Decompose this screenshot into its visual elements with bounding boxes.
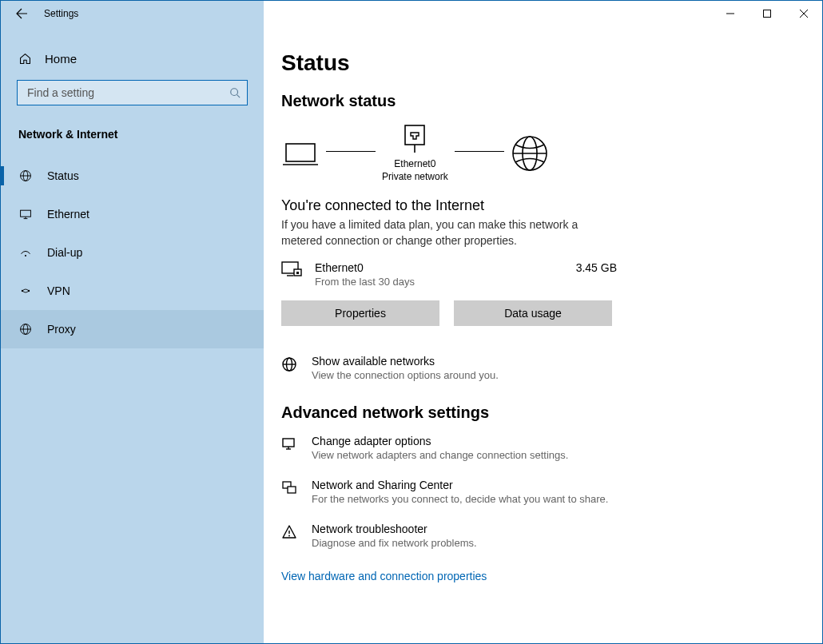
section-network-status: Network status bbox=[281, 92, 798, 110]
settings-window: Settings Home bbox=[0, 0, 823, 644]
sidebar-item-ethernet[interactable]: Ethernet bbox=[1, 195, 264, 233]
sidebar-item-label: Dial-up bbox=[47, 246, 82, 259]
sidebar-home[interactable]: Home bbox=[1, 46, 264, 80]
diagram-network-type: Private network bbox=[382, 171, 448, 184]
show-networks-title: Show available networks bbox=[312, 355, 499, 368]
titlebar-left: Settings bbox=[1, 1, 264, 26]
device-icon bbox=[281, 137, 320, 169]
svg-rect-18 bbox=[405, 125, 424, 145]
svg-rect-30 bbox=[283, 439, 294, 447]
search-box[interactable] bbox=[17, 80, 248, 105]
adapter-icon: Ethernet0 Private network bbox=[382, 123, 448, 183]
sharing-center-row[interactable]: Network and Sharing Center For the netwo… bbox=[281, 479, 681, 505]
svg-rect-7 bbox=[21, 210, 31, 217]
sharing-icon bbox=[281, 479, 299, 496]
hardware-link[interactable]: View hardware and connection properties bbox=[281, 570, 487, 582]
data-usage-button[interactable]: Data usage bbox=[454, 300, 612, 326]
sidebar-item-vpn[interactable]: VPN bbox=[1, 272, 264, 310]
sidebar-item-dialup[interactable]: Dial-up bbox=[1, 233, 264, 272]
sidebar-item-label: Ethernet bbox=[47, 208, 89, 221]
home-icon bbox=[18, 52, 32, 66]
search-input[interactable] bbox=[26, 85, 229, 100]
app-title: Settings bbox=[44, 8, 78, 19]
adapter-usage: 3.45 GB bbox=[576, 261, 617, 274]
ethernet-icon bbox=[281, 261, 302, 279]
properties-button[interactable]: Properties bbox=[281, 300, 439, 326]
section-advanced-title: Advanced network settings bbox=[281, 403, 798, 422]
titlebar: Settings bbox=[1, 1, 822, 26]
svg-point-36 bbox=[288, 535, 290, 537]
troubleshooter-title: Network troubleshooter bbox=[312, 523, 477, 535]
sidebar-home-label: Home bbox=[45, 52, 77, 66]
svg-rect-16 bbox=[286, 144, 315, 161]
adapter-name: Ethernet0 bbox=[315, 261, 563, 274]
sidebar-item-status[interactable]: Status bbox=[1, 157, 264, 195]
sidebar: Home Network & Internet Status Ether bbox=[1, 26, 264, 643]
svg-point-10 bbox=[25, 255, 26, 256]
warning-icon bbox=[281, 523, 299, 540]
svg-rect-1 bbox=[764, 10, 771, 18]
globe-icon bbox=[18, 169, 33, 182]
svg-rect-34 bbox=[288, 487, 296, 493]
diagram-connection-name: Ethernet0 bbox=[382, 158, 448, 171]
change-adapter-title: Change adapter options bbox=[312, 435, 568, 447]
connected-description: If you have a limited data plan, you can… bbox=[281, 217, 601, 248]
search-icon bbox=[229, 87, 241, 98]
adapter-options-icon bbox=[281, 435, 299, 452]
sidebar-item-label: Status bbox=[47, 169, 79, 182]
show-networks-sub: View the connection options around you. bbox=[312, 369, 499, 381]
sidebar-category: Network & Internet bbox=[1, 128, 264, 157]
connected-heading: You're connected to the Internet bbox=[281, 197, 798, 214]
globe-icon bbox=[281, 355, 299, 372]
show-networks-row[interactable]: Show available networks View the connect… bbox=[281, 355, 681, 381]
vpn-icon bbox=[18, 284, 33, 297]
page-title: Status bbox=[281, 50, 798, 76]
sidebar-item-label: VPN bbox=[47, 284, 70, 297]
network-diagram: Ethernet0 Private network bbox=[281, 123, 798, 183]
troubleshooter-row[interactable]: Network troubleshooter Diagnose and fix … bbox=[281, 523, 681, 549]
dialup-icon bbox=[18, 246, 33, 259]
adapter-row: Ethernet0 From the last 30 days 3.45 GB bbox=[281, 261, 617, 288]
sidebar-item-label: Proxy bbox=[47, 323, 76, 336]
adapter-sub: From the last 30 days bbox=[315, 276, 563, 288]
main-content: Status Network status Ethernet0 Private … bbox=[264, 26, 822, 643]
back-icon[interactable] bbox=[15, 7, 28, 20]
titlebar-right bbox=[264, 1, 822, 26]
minimize-button[interactable] bbox=[712, 1, 749, 26]
svg-line-3 bbox=[237, 95, 241, 98]
sharing-sub: For the networks you connect to, decide … bbox=[312, 493, 608, 505]
change-adapter-row[interactable]: Change adapter options View network adap… bbox=[281, 435, 681, 461]
maximize-button[interactable] bbox=[749, 1, 785, 26]
svg-rect-26 bbox=[296, 272, 299, 274]
monitor-icon bbox=[18, 208, 33, 221]
close-button[interactable] bbox=[785, 1, 822, 26]
troubleshooter-sub: Diagnose and fix network problems. bbox=[312, 537, 477, 549]
change-adapter-sub: View network adapters and change connect… bbox=[312, 449, 568, 461]
sharing-title: Network and Sharing Center bbox=[312, 479, 608, 491]
svg-point-2 bbox=[231, 89, 238, 96]
globe-icon bbox=[18, 323, 33, 336]
internet-icon bbox=[511, 134, 549, 173]
sidebar-item-proxy[interactable]: Proxy bbox=[1, 310, 264, 348]
